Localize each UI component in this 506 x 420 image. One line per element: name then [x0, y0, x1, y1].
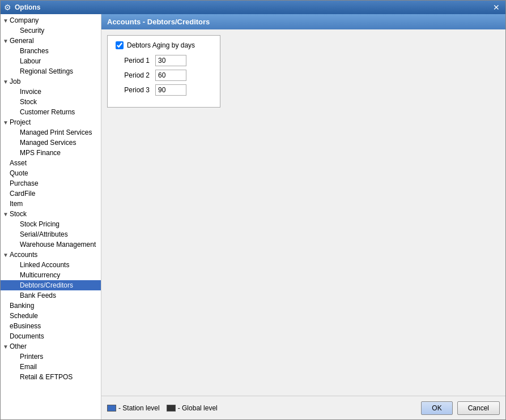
sidebar-item-general[interactable]: ▼General	[1, 36, 101, 46]
sidebar-label-item: Item	[10, 200, 99, 208]
sidebar-item-security[interactable]: Security	[1, 25, 101, 36]
sidebar-item-schedule[interactable]: Schedule	[1, 311, 101, 321]
sidebar-label-invoice: Invoice	[20, 88, 99, 96]
sidebar-item-purchase[interactable]: Purchase	[1, 178, 101, 188]
sidebar-label-job: Job	[10, 78, 99, 85]
sidebar-label-debtors-creditors: Debtors/Creditors	[20, 281, 99, 289]
sidebar-item-branches[interactable]: Branches	[1, 46, 101, 56]
footer-legend: - Station level - Global level	[107, 404, 218, 412]
sidebar-label-company: Company	[10, 16, 99, 24]
toggle-icon-job: ▼	[2, 79, 10, 85]
sidebar-item-debtors-creditors[interactable]: Debtors/Creditors	[1, 280, 101, 290]
period3-input[interactable]	[155, 84, 186, 96]
sidebar-item-mps-finance[interactable]: MPS Finance	[1, 148, 101, 158]
period2-row: Period 2	[116, 70, 212, 81]
sidebar-label-labour: Labour	[20, 57, 99, 65]
sidebar-item-accounts[interactable]: ▼Accounts	[1, 250, 101, 260]
sidebar-label-stock: Stock	[10, 210, 99, 218]
sidebar-label-ebusiness: eBusiness	[10, 322, 99, 330]
global-level-legend: - Global level	[167, 404, 218, 412]
sidebar-item-banking[interactable]: Banking	[1, 301, 101, 311]
panel-header: Accounts - Debtors/Creditors	[101, 14, 505, 29]
options-window: ⚙ Options ✕ ▼CompanySecurity▼GeneralBran…	[0, 0, 506, 420]
sidebar-item-managed-services[interactable]: Managed Services	[1, 138, 101, 148]
sidebar-label-accounts: Accounts	[10, 251, 99, 259]
toggle-icon-project: ▼	[2, 119, 10, 126]
sidebar-item-stock[interactable]: ▼Stock	[1, 209, 101, 219]
sidebar-item-invoice[interactable]: Invoice	[1, 87, 101, 97]
sidebar-label-regional-settings: Regional Settings	[20, 67, 99, 75]
toggle-icon-accounts: ▼	[2, 252, 10, 258]
global-level-label: - Global level	[178, 404, 218, 412]
sidebar-label-other: Other	[10, 342, 99, 350]
sidebar-label-branches: Branches	[20, 47, 99, 55]
sidebar-item-serial-attributes[interactable]: Serial/Attributes	[1, 229, 101, 239]
close-button[interactable]: ✕	[491, 3, 502, 12]
sidebar-item-retail-eftpos[interactable]: Retail & EFTPOS	[1, 372, 101, 382]
sidebar-label-cardfile: CardFile	[10, 190, 99, 198]
sidebar-label-serial-attributes: Serial/Attributes	[20, 230, 99, 238]
period2-label: Period 2	[116, 71, 150, 79]
sidebar-item-item[interactable]: Item	[1, 199, 101, 209]
footer-buttons: OK Cancel	[421, 401, 500, 415]
sidebar-label-purchase: Purchase	[10, 179, 99, 187]
main-content: Accounts - Debtors/Creditors Debtors Agi…	[101, 14, 505, 419]
sidebar-item-project[interactable]: ▼Project	[1, 117, 101, 127]
sidebar-item-warehouse-management[interactable]: Warehouse Management	[1, 239, 101, 250]
sidebar: ▼CompanySecurity▼GeneralBranchesLabourRe…	[1, 14, 101, 419]
sidebar-label-retail-eftpos: Retail & EFTPOS	[20, 373, 99, 381]
sidebar-item-labour[interactable]: Labour	[1, 56, 101, 66]
toggle-icon-stock: ▼	[2, 211, 10, 217]
sidebar-label-customer-returns: Customer Returns	[20, 108, 99, 116]
sidebar-label-email: Email	[20, 363, 99, 371]
station-level-legend: - Station level	[107, 404, 160, 412]
sidebar-label-stock-job: Stock	[20, 98, 99, 106]
period3-row: Period 3	[116, 84, 212, 96]
sidebar-label-quote: Quote	[10, 169, 99, 177]
global-level-box	[167, 405, 176, 412]
sidebar-label-warehouse-management: Warehouse Management	[20, 241, 99, 248]
sidebar-label-multicurrency: Multicurrency	[20, 271, 99, 279]
station-level-box	[107, 405, 116, 412]
sidebar-label-banking: Banking	[10, 302, 99, 310]
sidebar-item-ebusiness[interactable]: eBusiness	[1, 321, 101, 331]
sidebar-item-customer-returns[interactable]: Customer Returns	[1, 107, 101, 117]
period2-input[interactable]	[155, 70, 186, 81]
sidebar-item-stock-job[interactable]: Stock	[1, 97, 101, 107]
period1-input[interactable]	[155, 55, 186, 66]
sidebar-item-documents[interactable]: Documents	[1, 331, 101, 341]
sidebar-item-linked-accounts[interactable]: Linked Accounts	[1, 260, 101, 270]
sidebar-item-multicurrency[interactable]: Multicurrency	[1, 270, 101, 280]
window-title: Options	[15, 3, 40, 11]
sidebar-label-security: Security	[20, 27, 99, 35]
sidebar-item-email[interactable]: Email	[1, 362, 101, 372]
sidebar-label-stock-pricing: Stock Pricing	[20, 220, 99, 228]
toggle-icon-company: ▼	[2, 18, 10, 24]
checkbox-row: Debtors Aging by days	[116, 41, 212, 49]
ok-button[interactable]: OK	[421, 401, 452, 415]
window-icon: ⚙	[4, 3, 11, 12]
sidebar-item-stock-pricing[interactable]: Stock Pricing	[1, 219, 101, 229]
sidebar-item-regional-settings[interactable]: Regional Settings	[1, 66, 101, 76]
sidebar-item-asset[interactable]: Asset	[1, 158, 101, 168]
sidebar-item-cardfile[interactable]: CardFile	[1, 188, 101, 199]
debtors-aging-checkbox[interactable]	[116, 41, 124, 49]
sidebar-label-linked-accounts: Linked Accounts	[20, 261, 99, 269]
sidebar-item-company[interactable]: ▼Company	[1, 15, 101, 25]
sidebar-label-printers: Printers	[20, 353, 99, 361]
sidebar-label-documents: Documents	[10, 332, 99, 340]
sidebar-item-other[interactable]: ▼Other	[1, 341, 101, 352]
period1-label: Period 1	[116, 57, 150, 65]
sidebar-label-mps-finance: MPS Finance	[20, 149, 99, 157]
sidebar-item-job[interactable]: ▼Job	[1, 76, 101, 87]
title-bar: ⚙ Options ✕	[1, 1, 505, 14]
sidebar-item-printers[interactable]: Printers	[1, 352, 101, 362]
sidebar-label-project: Project	[10, 118, 99, 126]
cancel-button[interactable]: Cancel	[457, 401, 500, 415]
form-box: Debtors Aging by days Period 1 Period 2 …	[107, 35, 220, 108]
sidebar-item-managed-print-services[interactable]: Managed Print Services	[1, 127, 101, 138]
panel-body: Debtors Aging by days Period 1 Period 2 …	[101, 29, 505, 396]
debtors-aging-label: Debtors Aging by days	[127, 41, 195, 49]
sidebar-item-quote[interactable]: Quote	[1, 168, 101, 178]
sidebar-item-bank-feeds[interactable]: Bank Feeds	[1, 290, 101, 301]
